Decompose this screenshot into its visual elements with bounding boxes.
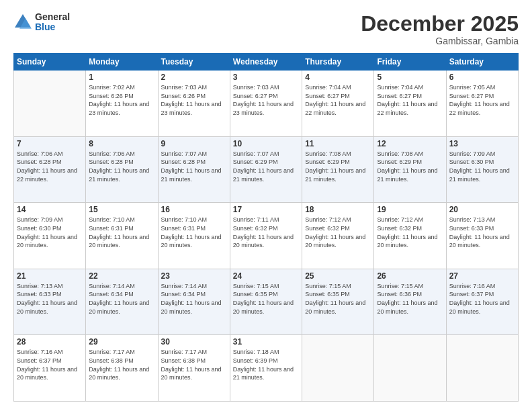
sunrise-text: Sunrise: 7:14 AM [89, 282, 154, 291]
table-row: 20Sunrise: 7:13 AMSunset: 6:33 PMDayligh… [446, 203, 518, 269]
title-section: December 2025 Gambissar, Gambia [361, 12, 519, 46]
header-thursday: Thursday [302, 54, 374, 71]
day-number: 30 [161, 337, 227, 347]
day-detail: Sunrise: 7:03 AMSunset: 6:27 PMDaylight:… [233, 83, 299, 117]
day-number: 7 [17, 139, 83, 148]
day-number: 21 [17, 271, 83, 281]
sunset-text: Sunset: 6:27 PM [377, 92, 443, 101]
day-detail: Sunrise: 7:15 AMSunset: 6:36 PMDaylight:… [377, 282, 443, 316]
sunrise-text: Sunrise: 7:17 AM [89, 348, 154, 357]
table-row: 5Sunrise: 7:04 AMSunset: 6:27 PMDaylight… [374, 71, 446, 137]
day-detail: Sunrise: 7:09 AMSunset: 6:30 PMDaylight:… [17, 216, 83, 249]
day-number: 18 [305, 205, 371, 214]
day-detail: Sunrise: 7:14 AMSunset: 6:34 PMDaylight:… [89, 282, 154, 316]
table-row: 4Sunrise: 7:04 AMSunset: 6:27 PMDaylight… [302, 71, 374, 137]
day-number: 24 [233, 271, 299, 281]
day-detail: Sunrise: 7:13 AMSunset: 6:33 PMDaylight:… [17, 282, 83, 316]
day-number: 20 [449, 205, 515, 214]
logo-text: General Blue [35, 12, 70, 33]
sunrise-text: Sunrise: 7:10 AM [161, 216, 227, 224]
sunrise-text: Sunrise: 7:04 AM [305, 83, 371, 92]
day-number: 28 [17, 337, 83, 347]
day-number: 8 [89, 139, 154, 148]
table-row: 26Sunrise: 7:15 AMSunset: 6:36 PMDayligh… [374, 269, 446, 335]
page: General Blue December 2025 Gambissar, Ga… [0, 0, 532, 411]
day-detail: Sunrise: 7:05 AMSunset: 6:27 PMDaylight:… [449, 83, 515, 117]
table-row: 8Sunrise: 7:06 AMSunset: 6:28 PMDaylight… [86, 136, 158, 203]
daylight-text: Daylight: 11 hours and 20 minutes. [449, 233, 515, 250]
daylight-text: Daylight: 11 hours and 20 minutes. [161, 299, 227, 316]
sunrise-text: Sunrise: 7:06 AM [89, 150, 154, 158]
sunrise-text: Sunrise: 7:13 AM [17, 282, 83, 291]
day-number: 13 [449, 139, 515, 148]
table-row [302, 335, 374, 402]
day-number: 1 [89, 73, 154, 82]
header-tuesday: Tuesday [158, 54, 230, 71]
sunrise-text: Sunrise: 7:04 AM [377, 83, 443, 92]
sunset-text: Sunset: 6:32 PM [305, 224, 371, 233]
table-row: 3Sunrise: 7:03 AMSunset: 6:27 PMDaylight… [230, 71, 302, 137]
sunset-text: Sunset: 6:34 PM [161, 290, 227, 299]
day-detail: Sunrise: 7:06 AMSunset: 6:28 PMDaylight:… [89, 150, 154, 183]
month-title: December 2025 [361, 12, 519, 36]
daylight-text: Daylight: 11 hours and 20 minutes. [305, 299, 371, 316]
table-row [446, 335, 518, 402]
sunrise-text: Sunrise: 7:02 AM [89, 83, 154, 92]
day-detail: Sunrise: 7:11 AMSunset: 6:32 PMDaylight:… [233, 216, 299, 249]
table-row: 10Sunrise: 7:07 AMSunset: 6:29 PMDayligh… [230, 136, 302, 203]
day-number: 31 [233, 337, 299, 347]
daylight-text: Daylight: 11 hours and 20 minutes. [377, 299, 443, 316]
day-detail: Sunrise: 7:18 AMSunset: 6:39 PMDaylight:… [233, 348, 299, 381]
daylight-text: Daylight: 11 hours and 21 minutes. [449, 167, 515, 183]
sunset-text: Sunset: 6:35 PM [233, 290, 299, 299]
calendar-week-row: 28Sunrise: 7:16 AMSunset: 6:37 PMDayligh… [14, 335, 519, 402]
sunset-text: Sunset: 6:31 PM [161, 224, 227, 233]
daylight-text: Daylight: 11 hours and 21 minutes. [233, 167, 299, 183]
day-number: 2 [161, 73, 227, 82]
day-detail: Sunrise: 7:15 AMSunset: 6:35 PMDaylight:… [233, 282, 299, 316]
sunset-text: Sunset: 6:27 PM [233, 92, 299, 101]
day-number: 6 [449, 73, 515, 82]
day-number: 9 [161, 139, 227, 148]
daylight-text: Daylight: 11 hours and 20 minutes. [89, 299, 154, 316]
sunrise-text: Sunrise: 7:11 AM [233, 216, 299, 224]
table-row: 9Sunrise: 7:07 AMSunset: 6:28 PMDaylight… [158, 136, 230, 203]
sunrise-text: Sunrise: 7:12 AM [305, 216, 371, 224]
calendar-table: Sunday Monday Tuesday Wednesday Thursday… [13, 53, 519, 402]
table-row: 14Sunrise: 7:09 AMSunset: 6:30 PMDayligh… [14, 203, 86, 269]
sunset-text: Sunset: 6:37 PM [449, 290, 515, 299]
day-detail: Sunrise: 7:15 AMSunset: 6:35 PMDaylight:… [305, 282, 371, 316]
logo-blue-text: Blue [35, 22, 70, 32]
sunset-text: Sunset: 6:29 PM [305, 158, 371, 167]
day-detail: Sunrise: 7:17 AMSunset: 6:38 PMDaylight:… [89, 348, 154, 381]
table-row: 19Sunrise: 7:12 AMSunset: 6:32 PMDayligh… [374, 203, 446, 269]
table-row: 11Sunrise: 7:08 AMSunset: 6:29 PMDayligh… [302, 136, 374, 203]
sunrise-text: Sunrise: 7:09 AM [17, 216, 83, 224]
sunrise-text: Sunrise: 7:15 AM [305, 282, 371, 291]
table-row: 22Sunrise: 7:14 AMSunset: 6:34 PMDayligh… [86, 269, 158, 335]
table-row [14, 71, 86, 137]
sunset-text: Sunset: 6:36 PM [377, 290, 443, 299]
day-detail: Sunrise: 7:16 AMSunset: 6:37 PMDaylight:… [449, 282, 515, 316]
daylight-text: Daylight: 11 hours and 21 minutes. [161, 167, 227, 183]
sunrise-text: Sunrise: 7:10 AM [89, 216, 154, 224]
sunrise-text: Sunrise: 7:16 AM [449, 282, 515, 291]
daylight-text: Daylight: 11 hours and 20 minutes. [377, 233, 443, 250]
sunrise-text: Sunrise: 7:08 AM [305, 150, 371, 158]
day-detail: Sunrise: 7:17 AMSunset: 6:38 PMDaylight:… [161, 348, 227, 381]
logo: General Blue [13, 12, 70, 33]
daylight-text: Daylight: 11 hours and 22 minutes. [17, 167, 83, 183]
logo-general-text: General [35, 12, 70, 22]
daylight-text: Daylight: 11 hours and 22 minutes. [377, 100, 443, 117]
daylight-text: Daylight: 11 hours and 23 minutes. [233, 100, 299, 117]
calendar-week-row: 14Sunrise: 7:09 AMSunset: 6:30 PMDayligh… [14, 203, 519, 269]
sunset-text: Sunset: 6:29 PM [377, 158, 443, 167]
day-detail: Sunrise: 7:07 AMSunset: 6:29 PMDaylight:… [233, 150, 299, 183]
day-number: 4 [305, 73, 371, 82]
sunset-text: Sunset: 6:38 PM [161, 357, 227, 365]
sunrise-text: Sunrise: 7:09 AM [449, 150, 515, 158]
daylight-text: Daylight: 11 hours and 20 minutes. [305, 233, 371, 250]
table-row: 29Sunrise: 7:17 AMSunset: 6:38 PMDayligh… [86, 335, 158, 402]
daylight-text: Daylight: 11 hours and 20 minutes. [17, 233, 83, 250]
sunrise-text: Sunrise: 7:15 AM [233, 282, 299, 291]
